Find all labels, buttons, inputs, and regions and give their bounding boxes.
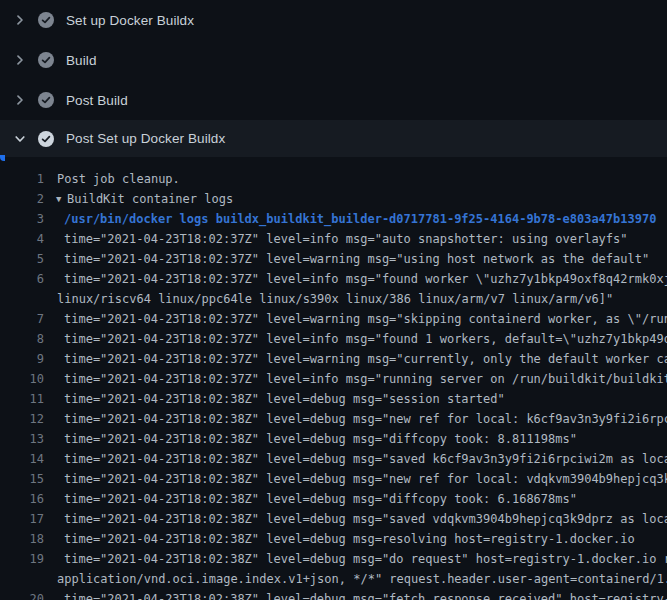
log-line-number[interactable]: 19	[0, 549, 44, 569]
log-line-text: time="2021-04-23T18:02:37Z" level=warnin…	[64, 309, 667, 329]
log-line: 20time="2021-04-23T18:02:38Z" level=debu…	[0, 589, 667, 600]
log-line-number[interactable]: 12	[0, 409, 44, 429]
log-line-text: time="2021-04-23T18:02:38Z" level=debug …	[64, 389, 505, 409]
log-line-text: time="2021-04-23T18:02:38Z" level=debug …	[64, 409, 667, 429]
log-line: 16time="2021-04-23T18:02:38Z" level=debu…	[0, 489, 667, 509]
log-line-text: time="2021-04-23T18:02:38Z" level=debug …	[64, 449, 667, 469]
triangle-down-icon[interactable]: ▼	[56, 189, 67, 209]
log-line-number[interactable]: 15	[0, 469, 44, 489]
chevron-right-icon	[12, 52, 28, 68]
step-row-build[interactable]: Build	[0, 40, 667, 80]
log-line-number[interactable]: 14	[0, 449, 44, 469]
check-circle-icon	[38, 12, 54, 28]
log-line-text: BuildKit container logs	[67, 189, 233, 209]
log-line: 8time="2021-04-23T18:02:37Z" level=info …	[0, 329, 667, 349]
log-line: application/vnd.oci.image.index.v1+json,…	[0, 569, 667, 589]
chevron-right-icon	[12, 92, 28, 108]
log-line: 19time="2021-04-23T18:02:38Z" level=debu…	[0, 549, 667, 569]
log-line: 11time="2021-04-23T18:02:38Z" level=debu…	[0, 389, 667, 409]
log-line-number[interactable]: 6	[0, 269, 44, 289]
log-line-number[interactable]: 10	[0, 369, 44, 389]
log-line-text: time="2021-04-23T18:02:37Z" level=warnin…	[64, 349, 667, 369]
chevron-down-icon	[12, 131, 28, 147]
log-line-text: linux/riscv64 linux/ppc64le linux/s390x …	[57, 289, 613, 309]
log-line-number	[0, 569, 44, 589]
log-line-text: time="2021-04-23T18:02:37Z" level=warnin…	[64, 249, 649, 269]
check-circle-icon	[38, 52, 54, 68]
log-line-number[interactable]: 18	[0, 529, 44, 549]
log-line-text: time="2021-04-23T18:02:38Z" level=debug …	[64, 489, 577, 509]
step-label: Post Set up Docker Buildx	[66, 131, 225, 146]
log-line-number[interactable]: 2	[0, 189, 44, 209]
log-line-number[interactable]: 8	[0, 329, 44, 349]
log-line-text: Post job cleanup.	[57, 169, 180, 189]
log-line: 4time="2021-04-23T18:02:37Z" level=info …	[0, 229, 667, 249]
log-line-text: time="2021-04-23T18:02:38Z" level=debug …	[64, 529, 635, 549]
log-line: 14time="2021-04-23T18:02:38Z" level=debu…	[0, 449, 667, 469]
log-line: 13time="2021-04-23T18:02:38Z" level=debu…	[0, 429, 667, 449]
log-line-text: time="2021-04-23T18:02:38Z" level=debug …	[64, 549, 667, 569]
focus-corner-accent	[0, 155, 5, 161]
log-line: 6time="2021-04-23T18:02:37Z" level=info …	[0, 269, 667, 289]
step-label: Build	[66, 53, 97, 68]
log-line-text: application/vnd.oci.image.index.v1+json,…	[57, 569, 667, 589]
log-line: 9time="2021-04-23T18:02:37Z" level=warni…	[0, 349, 667, 369]
log-line: 18time="2021-04-23T18:02:38Z" level=debu…	[0, 529, 667, 549]
workflow-log-viewer: Set up Docker Buildx Build Post Build Po…	[0, 0, 667, 600]
log-line-number[interactable]: 13	[0, 429, 44, 449]
log-line-number	[0, 289, 44, 309]
log-line: 5time="2021-04-23T18:02:37Z" level=warni…	[0, 249, 667, 269]
log-line-number[interactable]: 4	[0, 229, 44, 249]
check-circle-icon	[38, 92, 54, 108]
log-line: 10time="2021-04-23T18:02:37Z" level=info…	[0, 369, 667, 389]
chevron-right-icon	[12, 12, 28, 28]
log-line-text: time="2021-04-23T18:02:38Z" level=debug …	[64, 469, 667, 489]
log-line: 12time="2021-04-23T18:02:38Z" level=debu…	[0, 409, 667, 429]
log-line: 15time="2021-04-23T18:02:38Z" level=debu…	[0, 469, 667, 489]
log-line-number[interactable]: 16	[0, 489, 44, 509]
log-line-text: time="2021-04-23T18:02:37Z" level=info m…	[64, 269, 667, 289]
log-command-text: /usr/bin/docker logs buildx_buildkit_bui…	[64, 209, 656, 229]
log-line: 7time="2021-04-23T18:02:37Z" level=warni…	[0, 309, 667, 329]
step-row-post-build[interactable]: Post Build	[0, 80, 667, 120]
log-line: 3/usr/bin/docker logs buildx_buildkit_bu…	[0, 209, 667, 229]
log-line-number[interactable]: 5	[0, 249, 44, 269]
log-line-text: time="2021-04-23T18:02:38Z" level=debug …	[64, 589, 667, 600]
log-line-number[interactable]: 17	[0, 509, 44, 529]
check-circle-icon	[38, 131, 54, 147]
log-output: 1Post job cleanup.2▼BuildKit container l…	[0, 157, 667, 600]
log-line-text: time="2021-04-23T18:02:37Z" level=info m…	[64, 329, 667, 349]
log-line-number[interactable]: 9	[0, 349, 44, 369]
log-line-number[interactable]: 7	[0, 309, 44, 329]
log-line-number[interactable]: 20	[0, 589, 44, 600]
log-line-text: time="2021-04-23T18:02:38Z" level=debug …	[64, 509, 667, 529]
log-line-number[interactable]: 11	[0, 389, 44, 409]
step-row-post-set-up-docker-buildx[interactable]: Post Set up Docker Buildx	[0, 120, 667, 157]
log-line: 17time="2021-04-23T18:02:38Z" level=debu…	[0, 509, 667, 529]
step-label: Post Build	[66, 93, 128, 108]
log-group-toggle[interactable]: 2▼BuildKit container logs	[0, 189, 667, 209]
step-label: Set up Docker Buildx	[66, 13, 194, 28]
log-line: linux/riscv64 linux/ppc64le linux/s390x …	[0, 289, 667, 309]
log-line: 1Post job cleanup.	[0, 169, 667, 189]
log-line-text: time="2021-04-23T18:02:37Z" level=info m…	[64, 229, 628, 249]
log-line-number[interactable]: 1	[0, 169, 44, 189]
step-row-set-up-docker-buildx[interactable]: Set up Docker Buildx	[0, 0, 667, 40]
log-line-text: time="2021-04-23T18:02:38Z" level=debug …	[64, 429, 577, 449]
log-line-text: time="2021-04-23T18:02:37Z" level=info m…	[64, 369, 667, 389]
log-line-number[interactable]: 3	[0, 209, 44, 229]
